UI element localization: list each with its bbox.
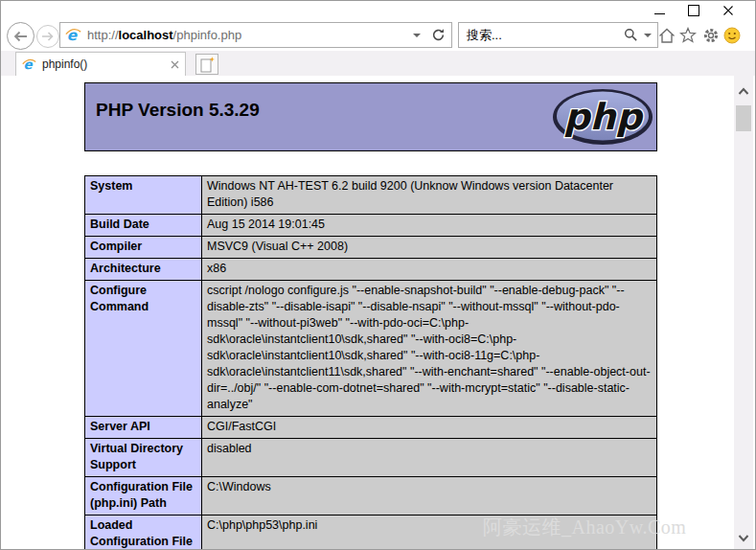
row-value: cscript /nologo configure.js "--enable-s… [202, 281, 657, 417]
scrollbar-thumb[interactable] [736, 105, 751, 131]
star-icon [679, 27, 697, 44]
table-row: SystemWindows NT AH-TEST 6.2 build 9200 … [85, 176, 657, 215]
php-version-header: PHP Version 5.3.29 php [84, 82, 657, 151]
back-button[interactable] [7, 22, 34, 50]
smiley-icon [723, 27, 741, 44]
table-row: Virtual Directory Supportdisabled [85, 439, 657, 477]
tab-bar: e phpinfo() [1, 51, 755, 76]
table-row: Loaded Configuration FileC:\php\php53\ph… [85, 516, 657, 550]
table-row: CompilerMSVC9 (Visual C++ 2008) [85, 237, 657, 259]
php-logo: php [551, 87, 654, 147]
maximize-button[interactable] [676, 3, 711, 18]
row-label: Configuration File (php.ini) Path [85, 477, 202, 516]
table-row: Build DateAug 15 2014 19:01:45 [85, 215, 657, 237]
url-host: localhost [119, 28, 173, 42]
row-label: System [85, 176, 202, 215]
tab-title: phpinfo() [42, 57, 87, 71]
row-label: Loaded Configuration File [85, 516, 202, 550]
chevron-up-icon [738, 87, 749, 96]
home-button[interactable] [657, 26, 676, 45]
close-icon [722, 5, 734, 16]
row-label: Virtual Directory Support [85, 439, 202, 477]
forward-button[interactable] [36, 25, 59, 48]
search-dropdown-icon[interactable] [644, 34, 652, 37]
search-icon[interactable] [624, 28, 638, 42]
scroll-down-button[interactable] [734, 534, 753, 542]
back-arrow-icon [12, 30, 29, 43]
ie-favicon: e [65, 27, 81, 43]
browser-window: e http://localhost/phpinfo.php 搜索... [0, 0, 756, 550]
url-text: http://localhost/phpinfo.php [87, 28, 241, 42]
vertical-scrollbar[interactable] [734, 76, 753, 549]
address-bar-controls [407, 28, 451, 42]
minimize-button[interactable] [642, 3, 676, 18]
settings-button[interactable] [701, 26, 721, 45]
row-value: disabled [202, 439, 657, 477]
search-placeholder: 搜索... [467, 27, 502, 44]
row-value: C:\php\php53\php.ini [202, 516, 657, 550]
table-row: Server APICGI/FastCGI [85, 417, 657, 439]
favorites-button[interactable] [678, 26, 698, 45]
table-row: Architecturex86 [85, 259, 657, 281]
forward-arrow-icon [41, 31, 55, 42]
search-controls [624, 28, 657, 42]
address-bar[interactable]: e http://localhost/phpinfo.php [59, 22, 452, 48]
svg-text:php: php [563, 96, 644, 138]
row-value: Aug 15 2014 19:01:45 [202, 215, 657, 237]
row-label: Architecture [85, 259, 202, 281]
gear-icon [702, 27, 720, 44]
close-button[interactable] [711, 3, 745, 18]
search-input[interactable]: 搜索... [458, 22, 658, 48]
window-controls [642, 3, 745, 18]
home-icon [658, 28, 676, 44]
row-label: Server API [85, 417, 202, 439]
table-row: Configuration File (php.ini) PathC:\Wind… [85, 477, 657, 516]
row-label: Configure Command [85, 281, 202, 417]
row-value: CGI/FastCGI [202, 417, 657, 439]
row-value: x86 [202, 259, 657, 281]
ie-tab-favicon: e [22, 57, 36, 72]
navigation-toolbar: e http://localhost/phpinfo.php 搜索... [1, 18, 755, 51]
phpinfo-table: SystemWindows NT AH-TEST 6.2 build 9200 … [84, 175, 657, 549]
table-row: Configure Commandcscript /nologo configu… [85, 281, 657, 417]
minimize-icon [654, 13, 665, 14]
new-tab-button[interactable] [195, 54, 218, 75]
row-label: Compiler [85, 237, 202, 259]
row-label: Build Date [85, 215, 202, 237]
refresh-icon [431, 28, 446, 42]
tab-close-button[interactable] [171, 60, 179, 69]
title-bar [1, 1, 755, 18]
address-dropdown-icon[interactable] [413, 34, 421, 37]
tab-phpinfo[interactable]: e phpinfo() [15, 52, 186, 76]
page-content: PHP Version 5.3.29 php SystemWindows NT … [1, 76, 733, 549]
url-protocol: http:// [87, 28, 119, 42]
tab-close-icon [171, 60, 179, 69]
row-value: MSVC9 (Visual C++ 2008) [202, 237, 657, 259]
chevron-down-icon [738, 534, 749, 542]
scroll-up-button[interactable] [734, 87, 753, 96]
refresh-button[interactable] [426, 28, 449, 42]
url-path: /phpinfo.php [173, 28, 242, 42]
maximize-icon [688, 5, 699, 16]
new-tab-icon [200, 57, 215, 73]
feedback-button[interactable] [722, 26, 742, 45]
row-value: Windows NT AH-TEST 6.2 build 9200 (Unkno… [202, 176, 657, 215]
row-value: C:\Windows [202, 477, 657, 516]
